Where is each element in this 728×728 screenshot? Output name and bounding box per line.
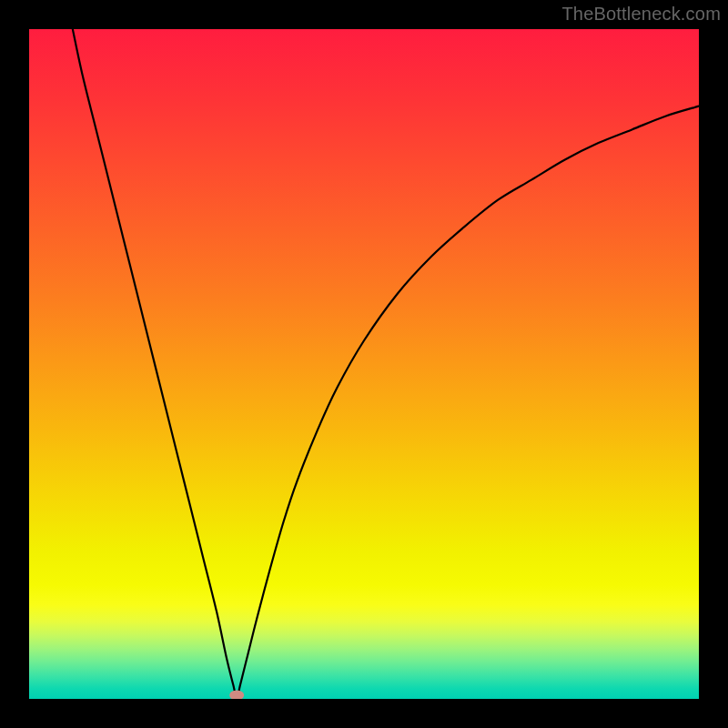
plot-area (29, 29, 699, 699)
chart-svg (29, 29, 699, 699)
chart-frame: TheBottleneck.com (0, 0, 728, 728)
plot-background (29, 29, 699, 699)
watermark-text: TheBottleneck.com (561, 4, 721, 25)
